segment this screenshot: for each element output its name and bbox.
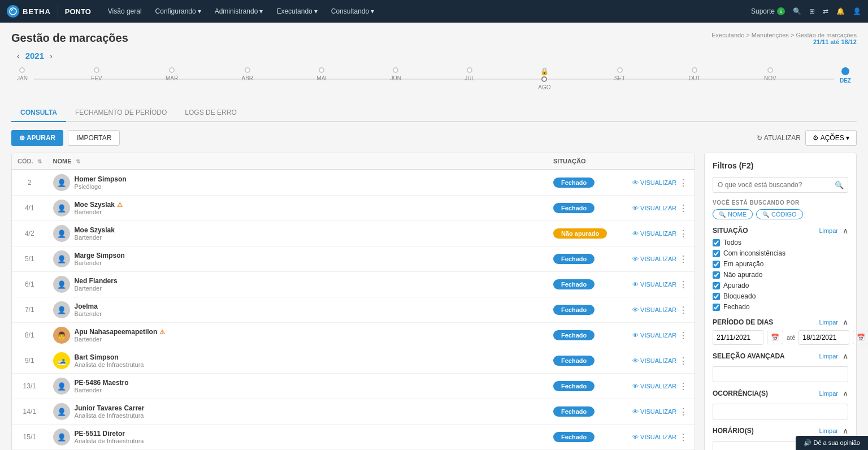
check-fechado[interactable]: Fechado xyxy=(713,303,848,311)
period-start-input[interactable] xyxy=(713,330,763,345)
timeline-month-mar[interactable]: MAR xyxy=(166,67,178,90)
visualizar-button[interactable]: 👁 VISUALIZAR xyxy=(632,383,676,390)
ocorrencias-clear[interactable]: Limpar xyxy=(819,390,838,397)
tag-nome[interactable]: 🔍 NOME xyxy=(713,209,753,219)
visualizar-button[interactable]: 👁 VISUALIZAR xyxy=(632,434,676,440)
menu-executando[interactable]: Executando ▾ xyxy=(271,0,323,23)
selecao-clear[interactable]: Limpar xyxy=(819,353,838,360)
horarios-toggle[interactable]: ∧ xyxy=(843,426,848,435)
more-actions-button[interactable]: ⋮ xyxy=(679,356,688,366)
timeline-month-fev[interactable]: FEV xyxy=(91,67,102,90)
menu-visao-geral[interactable]: Visão geral xyxy=(102,0,147,23)
timeline-month-jan[interactable]: JAN xyxy=(17,67,28,90)
menu-configurando[interactable]: Configurando ▾ xyxy=(150,0,207,23)
support-button[interactable]: Suporte 6 xyxy=(751,7,785,15)
periodo-clear[interactable]: Limpar xyxy=(819,319,838,326)
feedback-bar[interactable]: 🔊 Dê a sua opinião xyxy=(796,436,868,450)
more-actions-button[interactable]: ⋮ xyxy=(679,330,688,341)
more-actions-button[interactable]: ⋮ xyxy=(679,178,688,188)
more-actions-button[interactable]: ⋮ xyxy=(679,305,688,315)
timeline-next-arrow[interactable]: › xyxy=(50,51,53,60)
ocorrencias-input[interactable] xyxy=(713,404,848,419)
check-em-apuracao[interactable]: Em apuração xyxy=(713,260,848,268)
more-actions-button[interactable]: ⋮ xyxy=(679,228,688,239)
period-end-input[interactable] xyxy=(798,330,849,345)
grid-icon-btn[interactable]: ⊞ xyxy=(809,7,815,15)
horarios-clear[interactable]: Limpar xyxy=(819,427,838,434)
timeline-month-jul[interactable]: JUL xyxy=(465,67,475,90)
data-table: CÓD. ⇅ NOME ⇅ SITUAÇÃO 2 👤 Homer Simpson… xyxy=(12,153,695,450)
brand-logo-area[interactable]: BETHA xyxy=(7,5,58,18)
period-start-calendar[interactable]: 📅 xyxy=(767,331,783,344)
col-header-cod[interactable]: CÓD. ⇅ xyxy=(12,153,47,170)
buscando-por-label: VOCÊ ESTÁ BUSCANDO POR xyxy=(713,200,848,206)
timeline-label-jul: JUL xyxy=(465,75,475,81)
visualizar-button[interactable]: 👁 VISUALIZAR xyxy=(632,179,676,186)
col-header-situacao[interactable]: SITUAÇÃO xyxy=(548,153,627,170)
user-icon-btn[interactable]: 👤 xyxy=(853,7,861,15)
cell-nome: 👤 Junior Tavares Carrer Analista de Infr… xyxy=(47,399,548,425)
more-actions-button[interactable]: ⋮ xyxy=(679,381,688,392)
timeline-dot-out xyxy=(692,67,697,73)
ocorrencias-toggle[interactable]: ∧ xyxy=(843,389,848,398)
visualizar-button[interactable]: 👁 VISUALIZAR xyxy=(632,408,676,415)
visualizar-button[interactable]: 👁 VISUALIZAR xyxy=(632,357,676,364)
cell-cod: 9/1 xyxy=(12,348,47,374)
timeline-month-out[interactable]: OUT xyxy=(689,67,701,90)
selecao-toggle[interactable]: ∧ xyxy=(843,352,848,361)
more-actions-button[interactable]: ⋮ xyxy=(679,279,688,290)
timeline-month-mai[interactable]: MAI xyxy=(316,67,327,90)
status-badge: Fechado xyxy=(553,178,594,188)
tab-consulta[interactable]: CONSULTA xyxy=(11,104,66,122)
cell-cod: 6/1 xyxy=(12,272,47,297)
check-bloqueado[interactable]: Bloqueado xyxy=(713,292,848,300)
bell-icon-btn[interactable]: 🔔 xyxy=(836,7,845,15)
cell-situacao: Fechado xyxy=(548,246,627,272)
top-menu: Visão geral Configurando ▾ Administrando… xyxy=(102,0,751,23)
visualizar-button[interactable]: 👁 VISUALIZAR xyxy=(632,306,676,313)
timeline-month-set[interactable]: SET xyxy=(614,67,625,90)
menu-administrando[interactable]: Administrando ▾ xyxy=(209,0,269,23)
menu-consultando[interactable]: Consultando ▾ xyxy=(326,0,380,23)
periodo-toggle[interactable]: ∧ xyxy=(843,318,848,327)
acoes-button[interactable]: ⚙ AÇÕES ▾ xyxy=(805,130,857,146)
employee-role: Bartender xyxy=(75,259,125,266)
more-actions-button[interactable]: ⋮ xyxy=(679,203,688,214)
check-apurado[interactable]: Apurado xyxy=(713,282,848,289)
share-icon-btn[interactable]: ⇄ xyxy=(823,7,828,15)
more-actions-button[interactable]: ⋮ xyxy=(679,406,688,417)
more-actions-button[interactable]: ⋮ xyxy=(679,254,688,265)
situacao-clear[interactable]: Limpar xyxy=(819,227,838,234)
check-todos[interactable]: Todos xyxy=(713,239,848,246)
tab-fechamento[interactable]: FECHAMENTO DE PERÍODO xyxy=(66,104,176,122)
situacao-section-header: SITUAÇÃO Limpar ∧ xyxy=(713,226,848,235)
filter-search-input[interactable] xyxy=(713,177,848,193)
visualizar-button[interactable]: 👁 VISUALIZAR xyxy=(632,256,676,262)
timeline-month-nov[interactable]: NOV xyxy=(764,67,776,90)
col-header-nome[interactable]: NOME ⇅ xyxy=(47,153,548,170)
apurar-button[interactable]: ⊕ APURAR xyxy=(11,130,63,146)
importar-button[interactable]: IMPORTAR xyxy=(68,130,120,146)
selecao-avancada-input[interactable] xyxy=(713,366,848,382)
search-icon-btn[interactable]: 🔍 xyxy=(793,7,801,15)
topnav-right: Suporte 6 🔍 ⊞ ⇄ 🔔 👤 xyxy=(751,7,861,15)
visualizar-button[interactable]: 👁 VISUALIZAR xyxy=(632,332,676,339)
check-nao-apurado[interactable]: Não apurado xyxy=(713,271,848,279)
tab-logs[interactable]: LOGS DE ERRO xyxy=(176,104,245,122)
timeline-prev-arrow[interactable]: ‹ xyxy=(17,51,20,60)
check-inconsistencias[interactable]: Com inconsistências xyxy=(713,249,848,257)
timeline-month-ago[interactable]: 🔒 AGO xyxy=(538,67,550,90)
employee-name: PE-5486 Maestro xyxy=(75,379,129,387)
period-end-calendar[interactable]: 📅 xyxy=(853,331,868,344)
atualizar-button[interactable]: ↻ ATUALIZAR xyxy=(757,134,801,142)
timeline-month-abr[interactable]: ABR xyxy=(241,67,253,90)
brand-logo-icon xyxy=(7,5,19,18)
timeline-month-dez[interactable]: DEZ xyxy=(840,67,851,90)
situacao-toggle[interactable]: ∧ xyxy=(843,226,848,235)
timeline-month-jun[interactable]: JUN xyxy=(390,67,401,90)
more-actions-button[interactable]: ⋮ xyxy=(679,432,688,443)
visualizar-button[interactable]: 👁 VISUALIZAR xyxy=(632,205,676,211)
visualizar-button[interactable]: 👁 VISUALIZAR xyxy=(632,281,676,288)
visualizar-button[interactable]: 👁 VISUALIZAR xyxy=(632,230,676,237)
tag-codigo[interactable]: 🔍 CÓDIGO xyxy=(756,209,803,219)
